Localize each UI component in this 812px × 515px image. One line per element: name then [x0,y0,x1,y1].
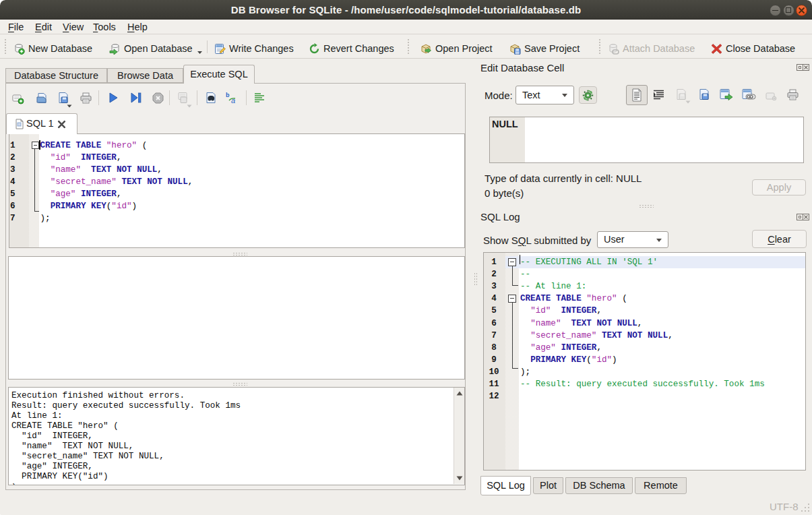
svg-text:a: a [231,96,235,104]
svg-text:b: b [226,92,230,98]
